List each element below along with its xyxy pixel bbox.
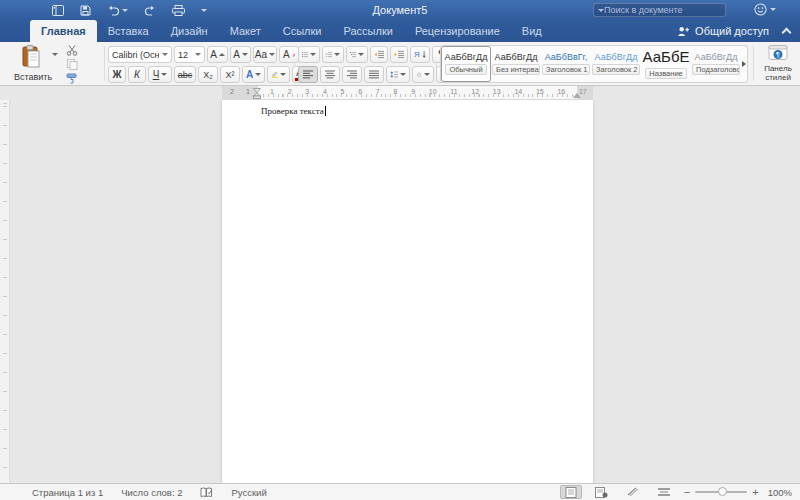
zoom-out-button[interactable]: −: [684, 486, 690, 498]
align-left-button[interactable]: [298, 66, 318, 83]
zoom-in-button[interactable]: +: [752, 486, 758, 498]
ribbon-tab[interactable]: Главная: [30, 20, 97, 42]
paste-dropdown-icon[interactable]: [52, 53, 58, 56]
align-center-icon: [325, 70, 335, 79]
highlighter-icon: [271, 69, 278, 80]
feedback-dropdown-icon[interactable]: [770, 8, 776, 11]
ribbon-tabs: Главная Вставка Дизайн Макет Ссылки Расс…: [30, 20, 553, 42]
style-chip[interactable]: АаБбВгДд Подзаголовок: [691, 46, 741, 82]
document-page[interactable]: Проверка текста: [222, 100, 593, 483]
undo-icon[interactable]: [107, 5, 128, 16]
cut-icon[interactable]: [66, 45, 78, 56]
style-chip[interactable]: АаБбЕ Название: [641, 46, 691, 82]
outline-view-button[interactable]: [653, 485, 675, 499]
grow-font-button[interactable]: А: [207, 46, 228, 63]
styles-pane-icon: ¶: [768, 45, 788, 62]
font-size-combo[interactable]: 12: [174, 46, 205, 63]
proofing-status-icon[interactable]: [200, 487, 213, 498]
titlebar: Документ5: [0, 0, 800, 20]
right-indent-marker[interactable]: [573, 93, 581, 98]
more-styles-button[interactable]: [741, 46, 747, 82]
bold-button[interactable]: Ж: [108, 66, 126, 83]
outdent-icon: [374, 50, 384, 59]
ruler-track[interactable]: 21 1234567891011121314151617: [222, 86, 593, 100]
focus-view-icon: [595, 487, 608, 498]
web-layout-view-button[interactable]: [622, 485, 644, 499]
bullets-button[interactable]: [298, 46, 320, 63]
styles-pane-button[interactable]: ¶ Панель стилей: [758, 45, 798, 83]
ribbon-tab[interactable]: Вставка: [97, 20, 160, 42]
underline-button[interactable]: Ч: [148, 66, 172, 83]
search-input[interactable]: [604, 5, 721, 15]
text-effects-button[interactable]: А: [242, 66, 265, 83]
ribbon-tab[interactable]: Дизайн: [160, 20, 219, 42]
paste-button[interactable]: Вставить: [14, 45, 48, 82]
vertical-ruler[interactable]: [0, 100, 10, 483]
smiley-feedback-icon[interactable]: [754, 3, 767, 16]
style-chip[interactable]: АаБбВгДд Без интерва...: [491, 46, 541, 82]
style-chip[interactable]: АаБбВгДд Заголовок 2: [591, 46, 641, 82]
font-size-dropdown-icon: [195, 53, 201, 56]
clear-formatting-button[interactable]: А: [279, 46, 299, 63]
justify-button[interactable]: [364, 66, 384, 83]
sort-button[interactable]: Я: [410, 46, 430, 63]
zoom-slider[interactable]: − +: [684, 486, 759, 498]
zoom-slider-track[interactable]: [695, 491, 747, 493]
document-text[interactable]: Проверка текста: [261, 106, 326, 116]
shrink-font-button[interactable]: А: [230, 46, 251, 63]
line-spacing-icon: [390, 70, 398, 79]
customize-toolbar-icon[interactable]: [201, 9, 207, 12]
font-group: Calibri (Основ... 12 А А Аа А Ж К: [108, 42, 294, 86]
ruler-margin-numbers: 21: [224, 88, 256, 95]
print-layout-view-button[interactable]: [560, 485, 582, 499]
format-painter-icon[interactable]: [66, 73, 78, 84]
ribbon-tab[interactable]: Ссылки: [272, 20, 333, 42]
numbered-list-icon: 123: [326, 50, 332, 59]
shading-button[interactable]: [412, 66, 434, 83]
document-search[interactable]: [593, 3, 726, 17]
collapse-ribbon-icon[interactable]: [782, 28, 792, 38]
font-name-dropdown-icon: [162, 53, 168, 56]
font-name-value: Calibri (Основ...: [112, 50, 159, 60]
undo-dropdown-icon[interactable]: [122, 9, 128, 12]
align-left-icon: [303, 70, 313, 79]
strikethrough-button[interactable]: abc: [174, 66, 196, 83]
increase-indent-button[interactable]: [390, 46, 408, 63]
style-chip[interactable]: АаБбВвГг, Заголовок 1: [541, 46, 591, 82]
subscript-button[interactable]: X₂: [198, 66, 218, 83]
highlight-button[interactable]: [267, 66, 290, 83]
copy-icon[interactable]: [67, 59, 78, 70]
zoom-level[interactable]: 100%: [768, 487, 792, 498]
ribbon-tabbar: Главная Вставка Дизайн Макет Ссылки Расс…: [0, 20, 800, 42]
redo-icon[interactable]: [144, 5, 156, 16]
decrease-indent-button[interactable]: [370, 46, 388, 63]
font-name-combo[interactable]: Calibri (Основ...: [108, 46, 172, 63]
indent-marker-icon[interactable]: [253, 88, 261, 99]
superscript-button[interactable]: X²: [220, 66, 240, 83]
save-icon[interactable]: [80, 5, 91, 16]
multilevel-list-button[interactable]: [346, 46, 368, 63]
page-indicator[interactable]: Страница 1 из 1: [32, 487, 103, 498]
ribbon-tab[interactable]: Вид: [511, 20, 553, 42]
style-chip[interactable]: АаБбВгДд Обычный: [441, 46, 491, 82]
zoom-slider-thumb[interactable]: [718, 487, 727, 496]
align-center-button[interactable]: [320, 66, 340, 83]
ribbon-tab[interactable]: Рассылки: [333, 20, 404, 42]
print-icon[interactable]: [172, 5, 185, 16]
change-case-button[interactable]: Аа: [253, 46, 277, 63]
share-person-icon: [677, 26, 690, 37]
ribbon-tab[interactable]: Рецензирование: [404, 20, 511, 42]
italic-button[interactable]: К: [128, 66, 146, 83]
numbering-button[interactable]: 123: [322, 46, 344, 63]
align-right-button[interactable]: [342, 66, 362, 83]
ribbon-tab[interactable]: Макет: [219, 20, 272, 42]
line-spacing-button[interactable]: [386, 66, 410, 83]
word-count[interactable]: Число слов: 2: [121, 487, 182, 498]
text-cursor: [325, 106, 326, 116]
focus-view-button[interactable]: [591, 485, 613, 499]
share-button[interactable]: Общий доступ: [677, 25, 769, 37]
view-switcher-icon[interactable]: [52, 5, 64, 16]
statusbar: Страница 1 из 1 Число слов: 2 Русский − …: [0, 483, 800, 500]
paragraph-group: 123 Я ¶: [298, 42, 436, 86]
language-indicator[interactable]: Русский: [231, 487, 266, 498]
